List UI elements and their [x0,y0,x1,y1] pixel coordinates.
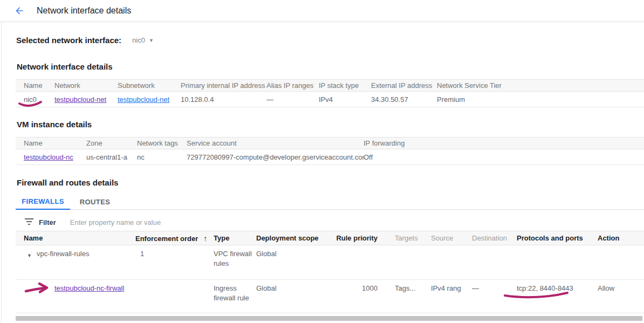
col-source[interactable]: Source [431,234,472,242]
col-network-tags: Network tags [137,139,187,147]
nic-table-header: Name Network Subnetwork Primary internal… [16,79,644,92]
col-network: Network [54,81,118,90]
network-link[interactable]: testpubcloud-net [54,95,106,104]
col-external-ip: External IP address [371,81,437,90]
filter-input[interactable] [70,218,297,226]
tab-routes[interactable]: ROUTES [70,194,120,210]
firewall-routes-tabbar: FIREWALLS ROUTES [16,194,644,210]
rule-source[interactable]: IPv4 rang [431,284,472,293]
nic-table-row: nic0 testpubcloud-net testpubcloud-net 1… [16,92,644,107]
filter-bar: Filter [25,215,297,229]
col-alias-ranges: Alias IP ranges [266,81,319,90]
col-name: Name [24,81,54,90]
col-service-account: Service account [187,139,364,147]
alias-ip-ranges: — [266,95,319,104]
nic-name: nic0 [24,95,54,104]
rule-type: VPC firewall rules [214,249,256,269]
top-bar: Network interface details [0,0,644,22]
col-subnetwork: Subnetwork [118,81,181,90]
collapse-triangle-icon[interactable]: ▼ [27,251,32,260]
enforcement-order-value: 1 [135,249,214,259]
network-service-tier: Premium [437,95,644,104]
subnetwork-link[interactable]: testpubcloud-net [118,95,169,104]
vm-table-row: testpubcloud-nc us-central1-a nc 7297720… [16,149,644,165]
firewall-group-name: vpc-firewall-rules [37,249,90,259]
sort-ascending-icon: ↑ [203,234,207,243]
col-stack-type: IP stack type [319,81,371,90]
col-enforcement-order[interactable]: Enforcement order↑ [135,234,214,243]
page-title: Network interface details [37,6,131,16]
deployment-scope: Global [256,249,334,259]
ip-stack-type: IPv4 [319,95,371,104]
vm-table-header: Name Zone Network tags Service account I… [16,137,644,149]
firewall-rule-row: testpubcloud-nc-firwall Ingress firewall… [16,280,644,313]
deployment-scope: Global [256,284,334,293]
col-action[interactable]: Action [598,234,644,242]
filter-label[interactable]: Filter [39,218,56,226]
rule-destination: — [472,284,517,293]
col-type[interactable]: Type [214,234,256,242]
rule-targets[interactable]: Tags... [395,284,431,293]
rule-type: Ingress firewall rule [214,284,256,303]
panel-edge-divider [1,23,2,323]
back-arrow-icon[interactable] [14,5,25,16]
firewall-group-row: ▼ vpc-firewall-rules 1 VPC firewall rule… [16,245,644,280]
nic-section-heading: Network interface details [17,62,113,71]
firewall-rule-link[interactable]: testpubcloud-nc-firwall [54,284,124,292]
col-ip-forwarding: IP forwarding [364,139,644,147]
col-destination[interactable]: Destination [472,234,517,242]
col-zone: Zone [86,139,137,147]
external-ip: 34.30.50.57 [371,95,437,104]
col-deployment-scope[interactable]: Deployment scope [256,234,334,242]
interface-selector-label: Selected network interface: [16,36,121,45]
tab-firewalls[interactable]: FIREWALLS [16,194,70,210]
col-protocols-ports[interactable]: Protocols and ports [517,234,598,242]
rule-action: Allow [598,284,644,293]
col-name[interactable]: Name [24,234,135,242]
vm-network-tags: nc [137,153,187,161]
firewall-table: Name Enforcement order↑ Type Deployment … [16,231,644,313]
col-name: Name [24,139,86,147]
vm-section-heading: VM instance details [17,120,92,129]
rule-protocols-ports: tcp:22, 8440-8443 [517,284,598,293]
firewall-table-header: Name Enforcement order↑ Type Deployment … [16,231,644,245]
vm-service-account: 729772080997-compute@developer.gservicea… [187,153,364,161]
interface-selector: Selected network interface: nic0 ▼ [16,36,154,45]
nic-table: Name Network Subnetwork Primary internal… [16,79,644,107]
primary-internal-ip: 10.128.0.4 [181,95,266,104]
firewall-section-heading: Firewall and routes details [17,178,118,187]
filter-funnel-icon [25,218,33,226]
vm-table: Name Zone Network tags Service account I… [16,137,644,165]
col-primary-ip: Primary internal IP address [181,81,266,90]
rule-priority-value: 1000 [334,284,380,293]
col-rule-priority[interactable]: Rule priority [334,234,380,242]
col-targets[interactable]: Targets [395,234,431,242]
network-interface-details-page: Network interface details Selected netwo… [0,0,644,323]
col-service-tier: Network Service Tier [437,81,644,90]
vm-name-link[interactable]: testpubcloud-nc [24,153,73,161]
vm-zone: us-central1-a [86,153,137,161]
horizontal-scrollbar[interactable] [16,316,642,321]
vm-ip-forwarding: Off [364,153,644,161]
interface-selector-value[interactable]: nic0 [132,36,145,44]
caret-down-icon[interactable]: ▼ [149,38,154,43]
